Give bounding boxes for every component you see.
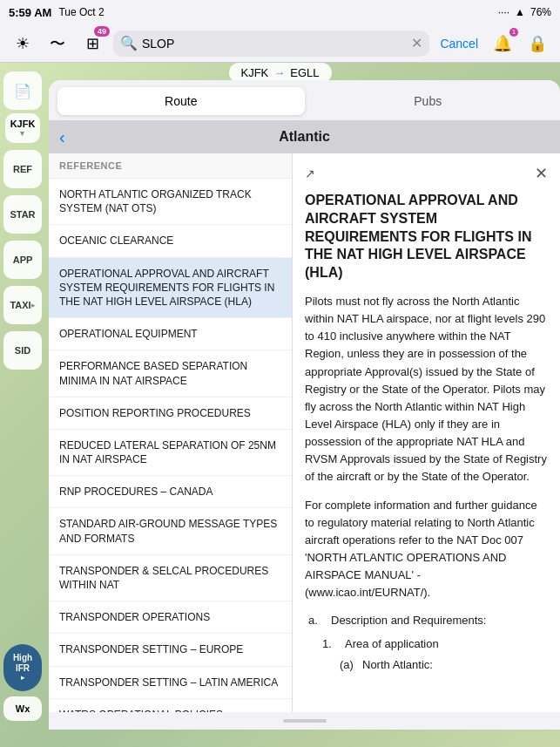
resize-icon[interactable]: ↗	[305, 166, 315, 180]
battery-indicator: 76%	[530, 6, 551, 18]
sub-list: 1. Area of application (a) North Atlanti…	[305, 635, 548, 674]
app-label: APP	[13, 255, 33, 265]
panel-body: REFERENCE NORTH ATLANTIC ORGANIZED TRACK…	[49, 153, 560, 712]
detail-toolbar: ↗ ✕	[305, 164, 548, 183]
sub-sub-item-a: (a) North Atlantic:	[322, 656, 548, 674]
destination-label: EGLL	[290, 66, 319, 79]
sub-label-1: 1.	[322, 635, 336, 653]
list-item[interactable]: PERFORMANCE BASED SEPARATION MINIMA IN N…	[49, 350, 292, 397]
sub-text-1: Area of application	[345, 635, 439, 653]
atlantic-title: Atlantic	[279, 129, 330, 145]
route-arrow-icon: →	[273, 66, 285, 79]
sid-button[interactable]: SID	[3, 331, 42, 370]
signal-icon: ····	[498, 6, 509, 18]
detail-title: OPERATIONAL APPROVAL AND AIRCRAFT SYSTEM…	[305, 192, 548, 282]
kjfk-chevron: ▾	[10, 129, 36, 138]
tab-bar: Route Pubs	[49, 80, 560, 120]
list-item[interactable]: TRANSPONDER & SELCAL PROCEDURES WITHIN N…	[49, 555, 292, 601]
atlantic-header: ‹ Atlantic	[49, 120, 560, 153]
tab-route[interactable]: Route	[57, 87, 305, 115]
list-label-a: a.	[308, 612, 322, 629]
taxi-button[interactable]: TAXI ▸	[3, 286, 42, 324]
list-item[interactable]: NORTH ATLANTIC ORGANIZED TRACK SYSTEM (N…	[49, 179, 292, 225]
list-item[interactable]: TRANSPONDER SETTING – EUROPE	[49, 634, 292, 666]
list-item[interactable]: OPERATIONAL EQUIPMENT	[49, 318, 292, 350]
main-panel: Route Pubs ‹ Atlantic REFERENCE NORTH AT…	[49, 80, 560, 730]
ref-button[interactable]: REF	[3, 150, 42, 188]
sub-sub-label-a: (a)	[340, 656, 354, 674]
top-nav: ☀ 〜 ⊞ 49 🔍 ✕ Cancel 🔔 1 🔒	[0, 24, 560, 63]
back-button[interactable]: ‹	[59, 127, 65, 147]
doc-button[interactable]: 📄	[3, 71, 42, 110]
high-ifr-button[interactable]: High IFR ▸	[3, 644, 42, 691]
detail-paragraph-1: Pilots must not fly across the North Atl…	[305, 293, 548, 486]
status-bar: 5:59 AM Tue Oct 2 ···· ▲ 76%	[0, 0, 560, 24]
layers-icon: ⊞	[86, 34, 99, 53]
high-ifr-chevron: ▸	[9, 674, 37, 682]
high-ifr-line2: IFR	[9, 663, 37, 674]
layers-button[interactable]: ⊞ 49	[78, 30, 106, 58]
handle-bar	[283, 719, 327, 723]
sub-sub-text-a: North Atlantic:	[362, 656, 433, 674]
list-text-a: Description and Requirements:	[331, 612, 486, 629]
taxi-label: TAXI	[10, 300, 30, 310]
status-time: 5:59 AM	[9, 6, 51, 19]
list-item[interactable]: WATRS OPERATIONAL POLICIES	[49, 699, 292, 712]
sid-label: SID	[15, 345, 30, 356]
star-label: STAR	[10, 209, 35, 220]
list-item[interactable]: REDUCED LATERAL SEPARATION OF 25NM IN NA…	[49, 430, 292, 476]
detail-pane: ↗ ✕ OPERATIONAL APPROVAL AND AIRCRAFT SY…	[293, 153, 560, 712]
detail-list-item-a: a. Description and Requirements:	[305, 612, 548, 629]
tab-pubs[interactable]: Pubs	[305, 87, 552, 115]
detail-paragraph-2: For complete information and further gui…	[305, 497, 548, 602]
search-icon: 🔍	[120, 35, 138, 51]
app-button[interactable]: APP	[3, 241, 42, 279]
reference-list: REFERENCE NORTH ATLANTIC ORGANIZED TRACK…	[49, 153, 293, 712]
close-button[interactable]: ✕	[535, 164, 548, 183]
left-sidebar: 📄 KJFK ▾ REF STAR APP TAXI ▸ SID High	[0, 63, 45, 747]
sub-item-1: 1. Area of application	[322, 635, 548, 653]
list-item[interactable]: RNP PROCEDURES – CANADA	[49, 476, 292, 508]
ref-label: REF	[13, 164, 32, 174]
notification-badge: 1	[509, 28, 518, 37]
doc-icon: 📄	[14, 83, 31, 99]
taxi-chevron: ▸	[31, 301, 36, 309]
list-item[interactable]: POSITION REPORTING PROCEDURES	[49, 397, 292, 430]
kjfk-label: KJFK	[10, 119, 36, 129]
layers-badge: 49	[94, 26, 110, 37]
lock-icon[interactable]: 🔒	[523, 30, 551, 58]
list-item[interactable]: STANDARD AIR-GROUND MESSAGE TYPES AND FO…	[49, 508, 292, 554]
wx-button[interactable]: Wx	[3, 696, 42, 721]
search-bar[interactable]: 🔍 ✕	[113, 31, 429, 57]
brightness-icon[interactable]: ☀	[9, 30, 37, 58]
bottom-handle	[49, 712, 560, 730]
cancel-button[interactable]: Cancel	[436, 37, 482, 51]
reference-header: REFERENCE	[49, 153, 292, 179]
status-date: Tue Oct 2	[58, 6, 104, 18]
list-item[interactable]: TRANSPONDER OPERATIONS	[49, 601, 292, 634]
detail-body: Pilots must not fly across the North Atl…	[305, 293, 548, 674]
list-item[interactable]: TRANSPONDER SETTING – LATIN AMERICA	[49, 667, 292, 699]
star-button[interactable]: STAR	[3, 195, 42, 234]
signal-wave-icon[interactable]: 〜	[44, 30, 71, 58]
high-ifr-line1: High	[9, 653, 37, 663]
list-item[interactable]: OCEANIC CLEARANCE	[49, 225, 292, 257]
kjfk-selector[interactable]: KJFK ▾	[5, 113, 41, 143]
origin-label: KJFK	[240, 66, 268, 79]
search-input[interactable]	[142, 37, 407, 51]
wifi-icon: ▲	[515, 6, 525, 18]
clear-search-icon[interactable]: ✕	[411, 35, 422, 51]
notification-icon[interactable]: 🔔 1	[489, 30, 516, 58]
list-item-selected[interactable]: OPERATIONAL APPROVAL AND AIRCRAFT SYSTEM…	[49, 258, 292, 319]
